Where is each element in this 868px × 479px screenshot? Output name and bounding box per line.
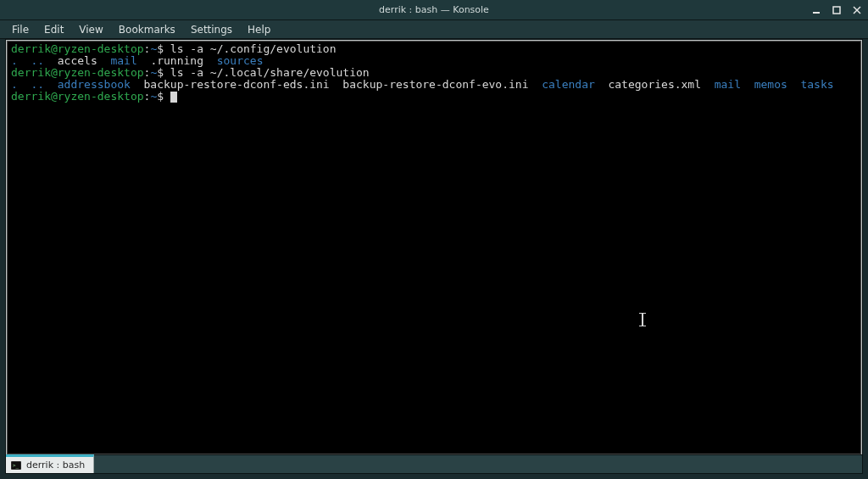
tab-bar: >_ derrik : bash <box>6 454 862 473</box>
menu-view[interactable]: View <box>72 22 109 37</box>
ls-entry: backup-restore-dconf-eds.ini <box>144 78 330 91</box>
svg-rect-0 <box>813 12 820 14</box>
ls-entry: tasks <box>800 78 833 91</box>
konsole-frame: derrik@ryzen-desktop:~$ ls -a ~/.config/… <box>5 39 863 474</box>
terminal-view[interactable]: derrik@ryzen-desktop:~$ ls -a ~/.config/… <box>7 41 861 454</box>
menu-bar: File Edit View Bookmarks Settings Help <box>0 20 868 39</box>
terminal-line: . .. addressbook backup-restore-dconf-ed… <box>11 79 857 91</box>
window-controls <box>810 0 863 20</box>
text-cursor-icon <box>642 313 643 326</box>
svg-rect-1 <box>833 7 840 14</box>
prompt-dollar: $ <box>157 66 164 79</box>
terminal-line: . .. accels mail .running sources <box>11 55 857 67</box>
menu-file[interactable]: File <box>5 22 36 37</box>
ls-entry: memos <box>754 78 787 91</box>
title-bar: derrik : bash — Konsole <box>0 0 868 20</box>
ls-entry: mail <box>110 54 136 67</box>
close-button[interactable] <box>851 4 863 16</box>
menu-settings[interactable]: Settings <box>184 22 239 37</box>
ls-entry: accels <box>58 54 97 67</box>
prompt-user: derrik@ryzen-desktop <box>11 66 144 79</box>
window-title: derrik : bash — Konsole <box>379 4 489 15</box>
tab-label: derrik : bash <box>26 460 85 471</box>
prompt-dollar: $ <box>157 90 164 103</box>
ls-entry: .. <box>31 54 44 67</box>
maximize-button[interactable] <box>831 4 843 16</box>
ls-entry: .. <box>31 78 44 91</box>
ls-entry: categories.xml <box>608 78 701 91</box>
tab-active[interactable]: >_ derrik : bash <box>6 454 94 473</box>
menu-help[interactable]: Help <box>241 22 277 37</box>
terminal-cursor <box>170 92 177 103</box>
command-text: ls -a ~/.config/evolution <box>170 42 337 55</box>
terminal-line: derrik@ryzen-desktop:~$ ls -a ~/.local/s… <box>11 67 857 79</box>
menu-edit[interactable]: Edit <box>37 22 70 37</box>
terminal-icon: >_ <box>11 460 21 471</box>
ls-entry: . <box>11 78 18 91</box>
command-text: ls -a ~/.local/share/evolution <box>170 66 370 79</box>
ls-entry: addressbook <box>58 78 131 91</box>
prompt-dollar: $ <box>157 42 164 55</box>
ls-entry: backup-restore-dconf-evo.ini <box>342 78 528 91</box>
ls-entry: .running <box>150 54 203 67</box>
minimize-button[interactable] <box>810 4 822 16</box>
ls-entry: calendar <box>542 78 595 91</box>
svg-text:>_: >_ <box>13 462 19 469</box>
prompt-user: derrik@ryzen-desktop <box>11 90 144 103</box>
menu-bookmarks[interactable]: Bookmarks <box>112 22 182 37</box>
ls-entry: mail <box>715 78 741 91</box>
ls-entry: . <box>11 54 18 67</box>
terminal-line: derrik@ryzen-desktop:~$ <box>11 91 857 103</box>
prompt-user: derrik@ryzen-desktop <box>11 42 144 55</box>
terminal-line: derrik@ryzen-desktop:~$ ls -a ~/.config/… <box>11 43 857 55</box>
ls-entry: sources <box>217 54 264 67</box>
